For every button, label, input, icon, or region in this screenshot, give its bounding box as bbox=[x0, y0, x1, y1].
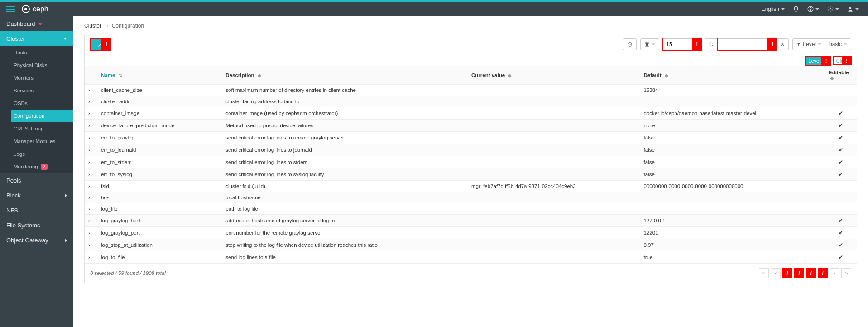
cell-name: log_graylog_host bbox=[97, 215, 222, 227]
expand-row-button[interactable]: › bbox=[85, 251, 97, 264]
table-row[interactable]: ›client_cache_sizesoft maximum number of… bbox=[85, 85, 857, 96]
expand-row-button[interactable]: › bbox=[85, 192, 97, 203]
page-size-input[interactable] bbox=[663, 38, 701, 50]
refresh-button[interactable] bbox=[623, 38, 637, 50]
table-row[interactable]: ›cluster_addrcluster-facing address to b… bbox=[85, 96, 857, 107]
table-row[interactable]: ›err_to_journaldsend critical error log … bbox=[85, 144, 857, 156]
expand-row-button[interactable]: › bbox=[85, 96, 97, 107]
pager-prev[interactable]: ‹ bbox=[771, 268, 781, 278]
pager-page[interactable]: ! bbox=[794, 268, 804, 278]
user-icon bbox=[847, 6, 854, 12]
table-row[interactable]: ›hostlocal hostname bbox=[85, 192, 857, 203]
close-icon[interactable]: ✕ bbox=[824, 58, 828, 64]
cell-current-value bbox=[468, 120, 640, 132]
sidebar-item-hosts[interactable]: Hosts bbox=[11, 46, 73, 59]
pager-page[interactable]: ! bbox=[806, 268, 816, 278]
pager-page[interactable]: ! bbox=[818, 268, 828, 278]
sidebar-item-logs[interactable]: Logs bbox=[11, 148, 73, 160]
level-filter-button[interactable]: Level bbox=[792, 38, 825, 50]
expand-row-button[interactable]: › bbox=[85, 85, 97, 96]
cell-default: none bbox=[640, 120, 825, 132]
search-input[interactable] bbox=[718, 38, 777, 50]
table-row[interactable]: ›fsidcluster fsid (uuid)mgr: feb7af7c-ff… bbox=[85, 181, 857, 192]
table-row[interactable]: ›log_to_filesend log lines to a filetrue… bbox=[85, 251, 857, 264]
settings-menu[interactable] bbox=[827, 6, 839, 12]
sidebar-item-osds[interactable]: OSDs bbox=[11, 97, 73, 110]
svg-point-3 bbox=[849, 7, 852, 9]
sidebar-item-services[interactable]: Services bbox=[11, 84, 73, 97]
chevron-down-icon bbox=[781, 8, 785, 10]
expand-row-button[interactable]: › bbox=[85, 215, 97, 227]
gear-icon bbox=[827, 6, 834, 12]
sidebar-item-crush-map[interactable]: CRUSH map bbox=[11, 122, 73, 135]
edit-button[interactable] bbox=[90, 38, 111, 50]
level-filter-value[interactable]: basic bbox=[825, 38, 851, 50]
expand-row-button[interactable]: › bbox=[85, 203, 97, 215]
expand-row-button[interactable]: › bbox=[85, 239, 97, 251]
columns-button[interactable] bbox=[640, 38, 659, 50]
breadcrumb-root[interactable]: Cluster bbox=[84, 23, 101, 29]
col-header-name[interactable]: Name ⇅ bbox=[97, 66, 222, 85]
sort-asc-icon: ⇅ bbox=[119, 73, 122, 78]
user-menu[interactable] bbox=[847, 6, 859, 12]
cell-default: docker.io/ceph/daemon-base:latest-master… bbox=[640, 107, 825, 120]
sidebar-item-monitors[interactable]: Monitors bbox=[11, 72, 73, 84]
table-row[interactable]: ›container_imagecontainer image (used by… bbox=[85, 107, 857, 120]
sidebar-item-pools[interactable]: Pools bbox=[0, 173, 73, 188]
clear-filters-button[interactable]: Clear bbox=[833, 57, 851, 65]
sidebar-section-cluster[interactable]: Cluster bbox=[0, 31, 73, 46]
sidebar-item-nfs[interactable]: NFS bbox=[0, 203, 73, 218]
config-table: Name ⇅ Description ◆ Current value ◆ D bbox=[85, 66, 857, 264]
col-header-editable[interactable]: Editable ◆ bbox=[825, 66, 857, 85]
sidebar-item-monitoring[interactable]: Monitoring2 bbox=[11, 160, 73, 173]
col-header-default[interactable]: Default ◆ bbox=[640, 66, 825, 85]
table-row[interactable]: ›err_to_stderrsend critical error log li… bbox=[85, 156, 857, 168]
table-row[interactable]: ›device_failure_prediction_modeMethod us… bbox=[85, 120, 857, 132]
sidebar-item-file-systems[interactable]: File Systems bbox=[0, 218, 73, 233]
expand-row-button[interactable]: › bbox=[85, 107, 97, 120]
sidebar-item-block[interactable]: Block bbox=[0, 188, 73, 203]
help-menu[interactable] bbox=[807, 6, 819, 12]
sidebar-item-manager-modules[interactable]: Manager Modules bbox=[11, 135, 73, 148]
sidebar-item-dashboard[interactable]: Dashboard ❤ bbox=[0, 16, 73, 31]
pager-last[interactable]: » bbox=[841, 268, 851, 278]
table-row[interactable]: ›log_graylog_portport number for the rem… bbox=[85, 227, 857, 239]
cell-current-value bbox=[468, 192, 640, 203]
sidebar-item-configuration[interactable]: Configuration bbox=[11, 110, 73, 122]
hamburger-icon bbox=[6, 6, 15, 12]
table-row[interactable]: ›log_stop_at_utilizationstop writing to … bbox=[85, 239, 857, 251]
notifications-button[interactable] bbox=[793, 6, 799, 12]
pager-next[interactable]: › bbox=[830, 268, 839, 278]
table-row[interactable]: ›log_filepath to log file bbox=[85, 203, 857, 215]
chevron-down-icon bbox=[844, 43, 847, 45]
menu-toggle[interactable] bbox=[0, 6, 22, 12]
pager-page[interactable]: ! bbox=[782, 268, 792, 278]
expand-row-button[interactable]: › bbox=[85, 168, 97, 181]
brand[interactable]: ceph bbox=[22, 5, 48, 13]
sidebar-item-physical-disks[interactable]: Physical Disks bbox=[11, 59, 73, 72]
language-switcher[interactable]: English bbox=[762, 6, 785, 12]
expand-row-button[interactable]: › bbox=[85, 156, 97, 168]
sidebar-item-object-gateway[interactable]: Object Gateway bbox=[0, 233, 73, 248]
clear-search-button[interactable]: ✕ bbox=[776, 38, 789, 50]
filter-tag-level[interactable]: Level: ✕ bbox=[806, 57, 830, 65]
col-header-description[interactable]: Description ◆ bbox=[222, 66, 468, 85]
table-row[interactable]: ›err_to_syslogsend critical error log li… bbox=[85, 168, 857, 181]
expand-row-button[interactable]: › bbox=[85, 181, 97, 192]
expand-row-button[interactable]: › bbox=[85, 227, 97, 239]
cell-editable: ✔ bbox=[825, 239, 857, 251]
expand-row-button[interactable]: › bbox=[85, 120, 97, 132]
expand-row-button[interactable]: › bbox=[85, 132, 97, 144]
cell-current-value bbox=[468, 203, 640, 215]
sort-icon: ◆ bbox=[508, 73, 512, 78]
pager-first[interactable]: « bbox=[759, 268, 769, 278]
table-row[interactable]: ›err_to_graylogsend critical error log l… bbox=[85, 132, 857, 144]
filter-icon bbox=[796, 42, 801, 47]
col-header-current-value[interactable]: Current value ◆ bbox=[468, 66, 640, 85]
cell-default: - bbox=[640, 96, 825, 107]
selection-summary: 0 selected / 59 found / 1908 total bbox=[90, 270, 166, 276]
table-row[interactable]: ›log_graylog_hostaddress or hostname of … bbox=[85, 215, 857, 227]
expand-row-button[interactable]: › bbox=[85, 144, 97, 156]
chevron-down-icon bbox=[815, 8, 819, 10]
cell-name: client_cache_size bbox=[97, 85, 222, 96]
